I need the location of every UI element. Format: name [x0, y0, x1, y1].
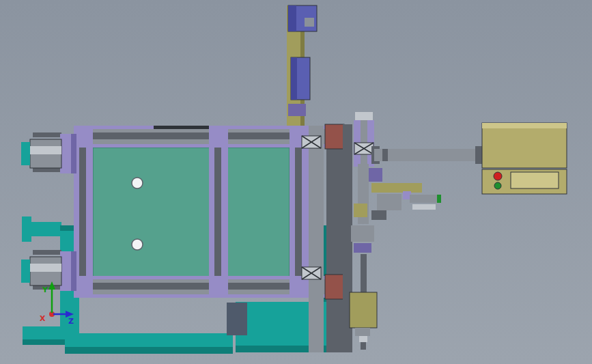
- plate-hole-lower: [132, 239, 143, 250]
- guide-rod: [361, 254, 367, 292]
- bearing-block-slide: [354, 143, 373, 154]
- actuator-rod: [374, 149, 482, 161]
- tool-plate: [371, 183, 422, 193]
- corner-block-bottom: [325, 275, 344, 299]
- control-box: [482, 123, 567, 168]
- corner-block-top: [325, 124, 344, 149]
- cylinder-end-cap: [21, 142, 30, 165]
- z-axis-label: Z: [68, 317, 74, 326]
- panel-inset: [511, 172, 559, 188]
- green-indicator: [494, 182, 501, 189]
- cylinder-end-cap: [21, 260, 30, 283]
- base-arm: [26, 222, 61, 236]
- model-canvas[interactable]: X Y Z: [0, 0, 592, 364]
- support-post-right: [326, 148, 344, 276]
- fixture-plate: [93, 148, 290, 280]
- x-axis-label: X: [40, 314, 46, 323]
- gripper-cylinder: [410, 195, 441, 203]
- red-indicator: [494, 172, 502, 180]
- base-spacer-block: [227, 303, 247, 335]
- cad-viewport[interactable]: X Y Z: [0, 0, 592, 364]
- bearing-block-top: [302, 136, 321, 148]
- bearing-block-bottom: [302, 267, 321, 279]
- lower-block: [350, 292, 377, 328]
- plate-hole-upper: [132, 178, 143, 188]
- support-post-left: [309, 126, 324, 352]
- y-axis-label: Y: [42, 285, 48, 294]
